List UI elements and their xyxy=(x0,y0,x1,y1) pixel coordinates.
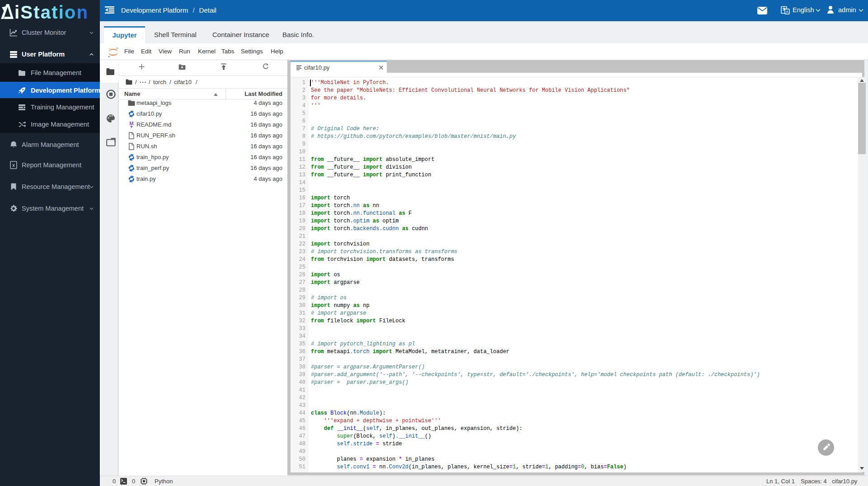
svg-text:x: x xyxy=(12,163,15,168)
svg-text:M: M xyxy=(129,121,133,126)
svg-text:A: A xyxy=(786,9,788,14)
svg-text:iStation: iStation xyxy=(14,2,89,20)
